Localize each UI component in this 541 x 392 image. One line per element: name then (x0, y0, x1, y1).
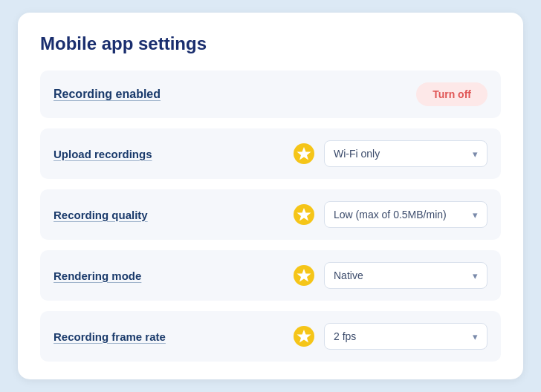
recording-frame-rate-value: 2 fps (334, 330, 356, 342)
upload-recordings-dropdown[interactable]: Wi-Fi only ▾ (324, 140, 487, 167)
chevron-down-icon: ▾ (473, 331, 478, 342)
recording-frame-rate-row: Recording frame rate 2 fps ▾ (40, 311, 501, 362)
rendering-mode-dropdown[interactable]: Native ▾ (324, 262, 487, 289)
recording-quality-value: Low (max of 0.5MB/min) (334, 209, 447, 220)
recording-enabled-row: Recording enabled Turn off (40, 71, 501, 118)
rendering-mode-value: Native (334, 270, 363, 281)
recording-frame-rate-label: Recording frame rate (54, 330, 287, 343)
turn-off-button[interactable]: Turn off (416, 82, 487, 106)
recording-quality-dropdown[interactable]: Low (max of 0.5MB/min) ▾ (324, 201, 487, 228)
chevron-down-icon: ▾ (473, 270, 478, 281)
upload-recordings-row: Upload recordings Wi-Fi only ▾ (40, 128, 501, 179)
upload-recordings-label: Upload recordings (54, 148, 287, 160)
recording-quality-label: Recording quality (54, 209, 287, 221)
star-icon-framerate (293, 325, 315, 347)
rendering-mode-row: Rendering mode Native ▾ (40, 250, 501, 301)
settings-card: Mobile app settings Recording enabled Tu… (18, 13, 523, 379)
star-icon-upload (293, 143, 315, 165)
rendering-mode-label: Rendering mode (54, 270, 287, 282)
recording-frame-rate-dropdown[interactable]: 2 fps ▾ (324, 323, 487, 350)
chevron-down-icon: ▾ (473, 148, 478, 160)
recording-quality-row: Recording quality Low (max of 0.5MB/min)… (40, 189, 501, 240)
star-icon-quality (293, 203, 315, 226)
star-icon-rendering (293, 264, 315, 287)
page-title: Mobile app settings (40, 33, 501, 54)
upload-recordings-value: Wi-Fi only (334, 148, 380, 160)
chevron-down-icon: ▾ (473, 209, 478, 220)
recording-enabled-label: Recording enabled (54, 88, 416, 101)
